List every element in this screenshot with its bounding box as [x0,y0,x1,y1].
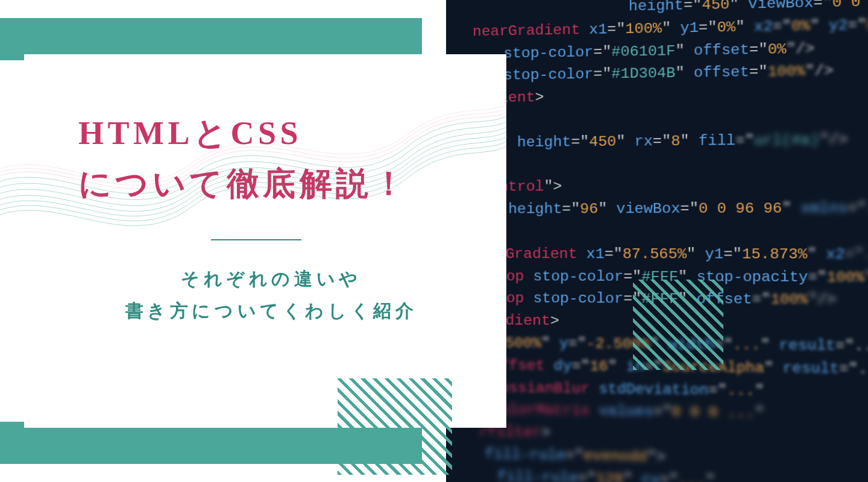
title-line-1: HTMLとCSS [78,115,302,151]
diagonal-hatch-pattern [338,378,452,475]
diagonal-hatch-pattern-right [633,280,723,370]
subtitle-line-2: 書き方についてくわしく紹介 [125,301,418,321]
code-background-panel: height="450" viewBox="0 0 800 450" xmlns… [446,0,868,482]
title-card: HTMLとCSS について徹底解説！ それぞれの違いや 書き方についてくわしく紹… [24,54,506,428]
title-line-2: について徹底解説！ [78,166,409,202]
main-title: HTMLとCSS について徹底解説！ [78,108,464,209]
subtitle: それぞれの違いや 書き方についてくわしく紹介 [78,263,464,327]
subtitle-line-1: それぞれの違いや [181,269,362,289]
divider-line [211,239,301,240]
